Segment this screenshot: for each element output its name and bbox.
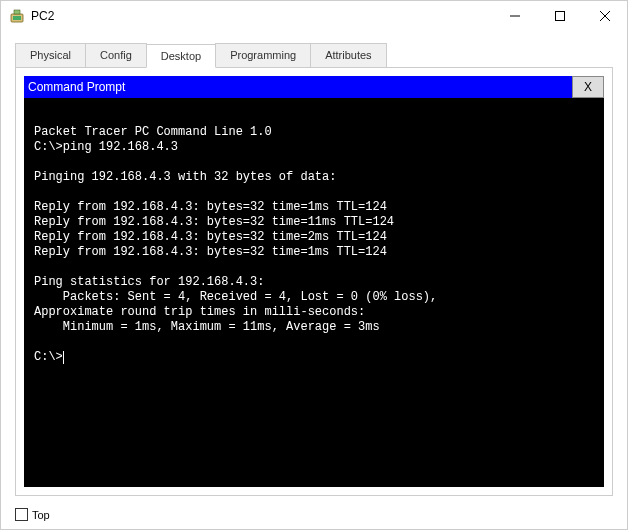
tab-attributes[interactable]: Attributes: [310, 43, 386, 67]
tab-physical[interactable]: Physical: [15, 43, 86, 67]
tab-programming[interactable]: Programming: [215, 43, 311, 67]
terminal-line: Reply from 192.168.4.3: bytes=32 time=1m…: [34, 200, 387, 214]
terminal-line: Reply from 192.168.4.3: bytes=32 time=1m…: [34, 245, 387, 259]
terminal-line: Packets: Sent = 4, Received = 4, Lost = …: [34, 290, 437, 304]
terminal-line: Approximate round trip times in milli-se…: [34, 305, 365, 319]
terminal-line: Minimum = 1ms, Maximum = 11ms, Average =…: [34, 320, 380, 334]
command-prompt-header: Command Prompt X: [24, 76, 604, 98]
window-title: PC2: [31, 9, 492, 23]
tab-desktop[interactable]: Desktop: [146, 44, 216, 68]
command-prompt-close-button[interactable]: X: [572, 76, 604, 98]
top-label: Top: [32, 509, 50, 521]
maximize-button[interactable]: [537, 1, 582, 31]
terminal[interactable]: Packet Tracer PC Command Line 1.0 C:\>pi…: [24, 98, 604, 487]
tab-config[interactable]: Config: [85, 43, 147, 67]
svg-rect-2: [14, 10, 20, 14]
terminal-cursor: [63, 351, 64, 364]
top-checkbox[interactable]: [15, 508, 28, 521]
terminal-line: Reply from 192.168.4.3: bytes=32 time=11…: [34, 215, 394, 229]
svg-rect-4: [555, 12, 564, 21]
command-prompt-title: Command Prompt: [28, 80, 125, 94]
tab-bar: Physical Config Desktop Programming Attr…: [1, 31, 627, 67]
window-controls: [492, 1, 627, 31]
terminal-line: Ping statistics for 192.168.4.3:: [34, 275, 264, 289]
svg-rect-1: [13, 16, 21, 20]
titlebar: PC2: [1, 1, 627, 31]
terminal-line: C:\>: [34, 350, 63, 364]
terminal-line: C:\>ping 192.168.4.3: [34, 140, 178, 154]
terminal-line: Pinging 192.168.4.3 with 32 bytes of dat…: [34, 170, 336, 184]
app-icon: [9, 8, 25, 24]
tab-content: Command Prompt X Packet Tracer PC Comman…: [15, 67, 613, 496]
terminal-line: Reply from 192.168.4.3: bytes=32 time=2m…: [34, 230, 387, 244]
bottom-bar: Top: [1, 502, 627, 529]
terminal-line: Packet Tracer PC Command Line 1.0: [34, 125, 272, 139]
close-button[interactable]: [582, 1, 627, 31]
app-window: PC2 Physical Config Desktop Programming …: [0, 0, 628, 530]
minimize-button[interactable]: [492, 1, 537, 31]
